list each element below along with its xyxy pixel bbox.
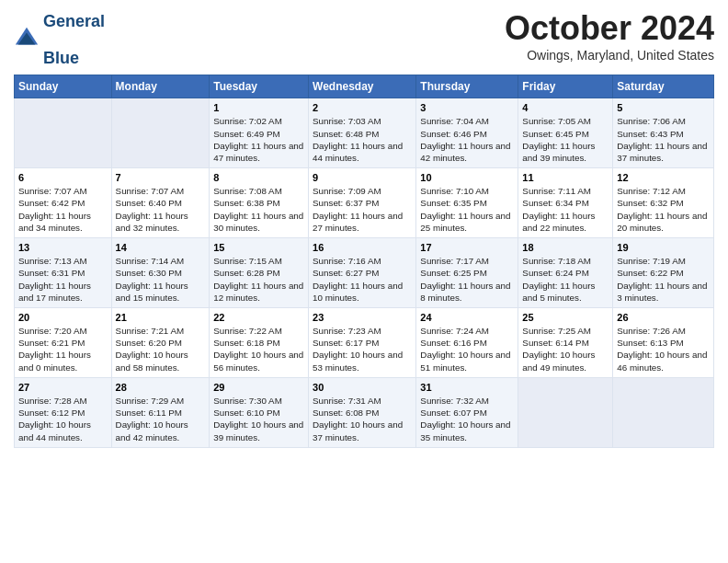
day-info: Sunrise: 7:03 AMSunset: 6:48 PMDaylight:… xyxy=(313,115,412,164)
day-number: 6 xyxy=(18,172,108,183)
day-info: Sunrise: 7:06 AMSunset: 6:43 PMDaylight:… xyxy=(617,115,710,164)
day-number: 21 xyxy=(116,312,206,323)
day-number: 23 xyxy=(313,312,412,323)
calendar-cell: 26Sunrise: 7:26 AMSunset: 6:13 PMDayligh… xyxy=(613,308,714,378)
day-number: 5 xyxy=(617,102,710,113)
calendar-cell xyxy=(518,377,613,447)
calendar-cell: 12Sunrise: 7:12 AMSunset: 6:32 PMDayligh… xyxy=(613,168,714,238)
calendar-cell: 8Sunrise: 7:08 AMSunset: 6:38 PMDaylight… xyxy=(210,168,309,238)
day-info: Sunrise: 7:32 AMSunset: 6:07 PMDaylight:… xyxy=(420,395,514,443)
calendar-week-row: 13Sunrise: 7:13 AMSunset: 6:31 PMDayligh… xyxy=(15,238,714,308)
day-info: Sunrise: 7:04 AMSunset: 6:46 PMDaylight:… xyxy=(420,115,514,164)
calendar-cell: 5Sunrise: 7:06 AMSunset: 6:43 PMDaylight… xyxy=(613,98,714,168)
weekday-header: Friday xyxy=(518,75,613,98)
day-info: Sunrise: 7:12 AMSunset: 6:32 PMDaylight:… xyxy=(617,185,710,234)
calendar-cell: 24Sunrise: 7:24 AMSunset: 6:16 PMDayligh… xyxy=(416,308,518,378)
title-area: October 2024 Owings, Maryland, United St… xyxy=(505,9,714,63)
day-info: Sunrise: 7:20 AMSunset: 6:21 PMDaylight:… xyxy=(18,325,108,373)
calendar-week-row: 20Sunrise: 7:20 AMSunset: 6:21 PMDayligh… xyxy=(15,308,714,378)
day-number: 28 xyxy=(116,382,206,393)
calendar-cell: 18Sunrise: 7:18 AMSunset: 6:24 PMDayligh… xyxy=(518,238,613,308)
day-number: 1 xyxy=(213,102,304,113)
day-number: 27 xyxy=(18,382,108,393)
day-info: Sunrise: 7:15 AMSunset: 6:28 PMDaylight:… xyxy=(213,255,304,304)
calendar-cell: 19Sunrise: 7:19 AMSunset: 6:22 PMDayligh… xyxy=(613,238,714,308)
logo-text: GeneralBlue xyxy=(43,13,105,67)
calendar-cell xyxy=(15,98,112,168)
calendar-cell: 28Sunrise: 7:29 AMSunset: 6:11 PMDayligh… xyxy=(111,377,210,447)
calendar-cell: 21Sunrise: 7:21 AMSunset: 6:20 PMDayligh… xyxy=(111,308,210,378)
calendar-cell: 14Sunrise: 7:14 AMSunset: 6:30 PMDayligh… xyxy=(111,238,210,308)
day-number: 3 xyxy=(420,102,514,113)
weekday-header: Monday xyxy=(111,75,210,98)
calendar-cell: 20Sunrise: 7:20 AMSunset: 6:21 PMDayligh… xyxy=(15,308,112,378)
day-info: Sunrise: 7:07 AMSunset: 6:40 PMDaylight:… xyxy=(116,185,206,234)
weekday-header: Wednesday xyxy=(309,75,416,98)
day-info: Sunrise: 7:26 AMSunset: 6:13 PMDaylight:… xyxy=(617,325,710,373)
day-number: 7 xyxy=(116,172,206,183)
calendar-cell: 31Sunrise: 7:32 AMSunset: 6:07 PMDayligh… xyxy=(416,377,518,447)
day-info: Sunrise: 7:18 AMSunset: 6:24 PMDaylight:… xyxy=(522,255,609,304)
day-info: Sunrise: 7:08 AMSunset: 6:38 PMDaylight:… xyxy=(213,185,304,234)
day-number: 12 xyxy=(617,172,710,183)
calendar-cell: 25Sunrise: 7:25 AMSunset: 6:14 PMDayligh… xyxy=(518,308,613,378)
weekday-header: Sunday xyxy=(15,75,112,98)
day-info: Sunrise: 7:16 AMSunset: 6:27 PMDaylight:… xyxy=(313,255,412,304)
logo-icon xyxy=(14,26,40,52)
day-info: Sunrise: 7:13 AMSunset: 6:31 PMDaylight:… xyxy=(18,255,108,304)
day-info: Sunrise: 7:30 AMSunset: 6:10 PMDaylight:… xyxy=(213,395,304,443)
day-number: 2 xyxy=(313,102,412,113)
calendar-cell: 1Sunrise: 7:02 AMSunset: 6:49 PMDaylight… xyxy=(210,98,309,168)
day-info: Sunrise: 7:05 AMSunset: 6:45 PMDaylight:… xyxy=(522,115,609,164)
day-info: Sunrise: 7:14 AMSunset: 6:30 PMDaylight:… xyxy=(116,255,206,304)
calendar-week-row: 1Sunrise: 7:02 AMSunset: 6:49 PMDaylight… xyxy=(15,98,714,168)
day-info: Sunrise: 7:23 AMSunset: 6:17 PMDaylight:… xyxy=(313,325,412,373)
day-info: Sunrise: 7:29 AMSunset: 6:11 PMDaylight:… xyxy=(116,395,206,443)
calendar-cell: 22Sunrise: 7:22 AMSunset: 6:18 PMDayligh… xyxy=(210,308,309,378)
weekday-header: Thursday xyxy=(416,75,518,98)
calendar-cell: 10Sunrise: 7:10 AMSunset: 6:35 PMDayligh… xyxy=(416,168,518,238)
day-number: 22 xyxy=(213,312,304,323)
weekday-header: Saturday xyxy=(613,75,714,98)
calendar-cell: 6Sunrise: 7:07 AMSunset: 6:42 PMDaylight… xyxy=(15,168,112,238)
day-number: 19 xyxy=(617,242,710,253)
day-number: 4 xyxy=(522,102,609,113)
day-info: Sunrise: 7:21 AMSunset: 6:20 PMDaylight:… xyxy=(116,325,206,373)
day-info: Sunrise: 7:31 AMSunset: 6:08 PMDaylight:… xyxy=(313,395,412,443)
day-number: 15 xyxy=(213,242,304,253)
header: GeneralBlue October 2024 Owings, Marylan… xyxy=(14,9,714,67)
day-info: Sunrise: 7:07 AMSunset: 6:42 PMDaylight:… xyxy=(18,185,108,234)
calendar-cell: 16Sunrise: 7:16 AMSunset: 6:27 PMDayligh… xyxy=(309,238,416,308)
day-info: Sunrise: 7:11 AMSunset: 6:34 PMDaylight:… xyxy=(522,185,609,234)
day-info: Sunrise: 7:02 AMSunset: 6:49 PMDaylight:… xyxy=(213,115,304,164)
calendar-cell: 2Sunrise: 7:03 AMSunset: 6:48 PMDaylight… xyxy=(309,98,416,168)
day-number: 26 xyxy=(617,312,710,323)
day-info: Sunrise: 7:09 AMSunset: 6:37 PMDaylight:… xyxy=(313,185,412,234)
day-info: Sunrise: 7:25 AMSunset: 6:14 PMDaylight:… xyxy=(522,325,609,373)
month-title: October 2024 xyxy=(505,9,714,48)
weekday-header-row: SundayMondayTuesdayWednesdayThursdayFrid… xyxy=(15,75,714,98)
day-number: 18 xyxy=(522,242,609,253)
day-number: 11 xyxy=(522,172,609,183)
day-info: Sunrise: 7:10 AMSunset: 6:35 PMDaylight:… xyxy=(420,185,514,234)
calendar-week-row: 27Sunrise: 7:28 AMSunset: 6:12 PMDayligh… xyxy=(15,377,714,447)
day-info: Sunrise: 7:19 AMSunset: 6:22 PMDaylight:… xyxy=(617,255,710,304)
calendar-cell: 15Sunrise: 7:15 AMSunset: 6:28 PMDayligh… xyxy=(210,238,309,308)
calendar-cell xyxy=(111,98,210,168)
day-number: 30 xyxy=(313,382,412,393)
calendar-table: SundayMondayTuesdayWednesdayThursdayFrid… xyxy=(14,75,714,447)
day-number: 10 xyxy=(420,172,514,183)
day-number: 8 xyxy=(213,172,304,183)
day-number: 29 xyxy=(213,382,304,393)
day-number: 20 xyxy=(18,312,108,323)
day-info: Sunrise: 7:22 AMSunset: 6:18 PMDaylight:… xyxy=(213,325,304,373)
day-number: 13 xyxy=(18,242,108,253)
day-info: Sunrise: 7:24 AMSunset: 6:16 PMDaylight:… xyxy=(420,325,514,373)
weekday-header: Tuesday xyxy=(210,75,309,98)
calendar-cell: 29Sunrise: 7:30 AMSunset: 6:10 PMDayligh… xyxy=(210,377,309,447)
calendar-week-row: 6Sunrise: 7:07 AMSunset: 6:42 PMDaylight… xyxy=(15,168,714,238)
calendar-cell xyxy=(613,377,714,447)
day-number: 16 xyxy=(313,242,412,253)
calendar-cell: 3Sunrise: 7:04 AMSunset: 6:46 PMDaylight… xyxy=(416,98,518,168)
logo: GeneralBlue xyxy=(14,13,105,67)
